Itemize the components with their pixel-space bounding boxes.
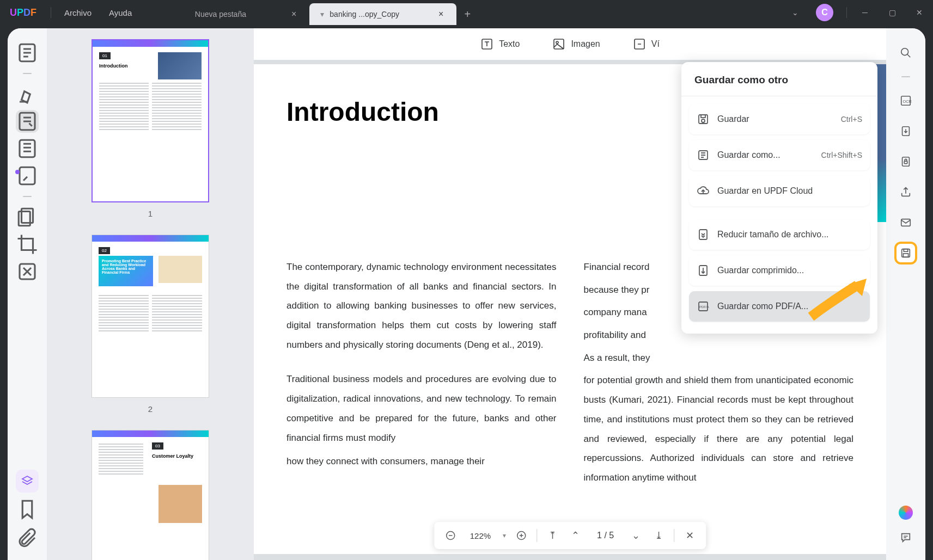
maximize-button[interactable]: ▢: [879, 0, 906, 25]
menu-item-guardar-cloud[interactable]: Guardar en UPDF Cloud: [689, 176, 870, 206]
svg-text:OCR: OCR: [903, 99, 912, 104]
chevron-down-icon[interactable]: ▾: [503, 532, 506, 539]
menu-archivo[interactable]: Archivo: [56, 8, 100, 17]
left-rail: [8, 28, 47, 560]
svg-rect-22: [903, 254, 908, 257]
close-icon[interactable]: ×: [436, 9, 446, 19]
redact-icon[interactable]: [16, 260, 39, 283]
zoom-level[interactable]: 122%: [466, 531, 495, 540]
search-icon[interactable]: [894, 41, 917, 64]
save-as-other-menu: Guardar como otro Guardar Ctrl+S Guardar…: [681, 62, 877, 334]
next-page-button[interactable]: ⌄: [628, 528, 643, 543]
pages-icon[interactable]: [16, 137, 39, 160]
comment-icon[interactable]: [894, 526, 917, 549]
svg-rect-21: [904, 249, 907, 252]
protect-icon[interactable]: [894, 150, 917, 173]
svg-point-9: [556, 41, 558, 44]
form-icon[interactable]: [16, 164, 39, 187]
thumbnail-3[interactable]: 03 Customer Loyalty: [74, 430, 227, 560]
first-page-button[interactable]: ⤒: [545, 528, 560, 543]
save-as-other-icon[interactable]: [894, 242, 917, 264]
svg-point-13: [901, 48, 908, 56]
edit-icon[interactable]: [16, 110, 39, 133]
organize-icon[interactable]: [16, 206, 39, 229]
tab-banking-copy[interactable]: ▾ banking ...opy_Copy ×: [309, 3, 456, 25]
user-avatar[interactable]: C: [816, 4, 833, 21]
chevron-down-icon[interactable]: ▾: [320, 10, 324, 19]
share-icon[interactable]: [894, 181, 917, 204]
edit-toolbar: Texto Imagen Ví: [254, 28, 886, 60]
zoom-in-button[interactable]: [514, 528, 529, 543]
divider: [51, 7, 51, 18]
separator: [23, 196, 32, 197]
text-column-left: The contemporary, dynamic technology env…: [286, 257, 557, 503]
crop-icon[interactable]: [16, 233, 39, 256]
email-icon[interactable]: [894, 211, 917, 234]
tool-imagen[interactable]: Imagen: [552, 38, 600, 51]
divider: [846, 7, 847, 18]
close-controls-button[interactable]: ✕: [682, 528, 697, 543]
prev-page-button[interactable]: ⌃: [568, 528, 583, 543]
last-page-button[interactable]: ⤓: [651, 528, 666, 543]
minimize-button[interactable]: ─: [851, 0, 879, 25]
app-logo: UPDF: [0, 7, 46, 19]
tool-texto[interactable]: Texto: [480, 38, 520, 51]
menu-item-guardar-como[interactable]: Guardar como... Ctrl+Shift+S: [689, 140, 870, 170]
page-controls: 122% ▾ ⤒ ⌃ 1 / 5 ⌄ ⤓ ✕: [434, 522, 706, 549]
zoom-out-button[interactable]: [443, 528, 458, 543]
svg-rect-18: [904, 161, 907, 164]
menu-item-pdfa[interactable]: PDF/A Guardar como PDF/A...: [689, 291, 870, 322]
ai-icon[interactable]: [899, 506, 913, 520]
bookmark-icon[interactable]: [16, 498, 39, 521]
close-icon[interactable]: ×: [289, 9, 298, 19]
menu-item-comprimido[interactable]: Guardar comprimido...: [689, 255, 870, 286]
svg-rect-24: [701, 115, 705, 118]
menu-title: Guardar como otro: [681, 62, 877, 96]
svg-point-25: [702, 119, 705, 122]
right-rail: OCR: [886, 28, 925, 560]
thumbnail-number: 2: [74, 404, 227, 414]
tab-label: banking ...opy_Copy: [330, 10, 399, 19]
separator: [23, 73, 32, 74]
close-button[interactable]: ✕: [906, 0, 933, 25]
svg-rect-2: [20, 140, 35, 157]
reader-icon[interactable]: [16, 41, 39, 64]
ocr-icon[interactable]: OCR: [894, 89, 917, 112]
add-tab-button[interactable]: +: [456, 3, 478, 25]
menu-item-reducir[interactable]: Reducir tamaño de archivo...: [689, 219, 870, 250]
separator: [901, 76, 910, 77]
tab-label: Nueva pestaña: [195, 10, 246, 19]
attachment-icon[interactable]: [16, 526, 39, 549]
thumbnail-panel[interactable]: 01 Introduction 1 02 Promoting Best Prac…: [47, 28, 254, 560]
thumbnail-number: 1: [74, 209, 227, 218]
highlight-icon[interactable]: [16, 83, 39, 106]
menu-item-guardar[interactable]: Guardar Ctrl+S: [689, 104, 870, 134]
menu-ayuda[interactable]: Ayuda: [100, 8, 141, 17]
thumbnail-2[interactable]: 02 Promoting Best Practice and Reducing …: [74, 235, 227, 414]
svg-rect-3: [20, 167, 35, 184]
thumbnail-1[interactable]: 01 Introduction 1: [74, 39, 227, 218]
svg-text:PDF/A: PDF/A: [699, 305, 709, 309]
convert-icon[interactable]: [894, 120, 917, 143]
tool-vinculo[interactable]: Ví: [633, 38, 660, 51]
layers-icon[interactable]: [16, 470, 39, 493]
tab-nueva-pestana[interactable]: Nueva pestaña ×: [162, 3, 309, 25]
chevron-down-icon[interactable]: ⌄: [783, 8, 807, 17]
page-indicator[interactable]: 1 / 5: [590, 531, 620, 540]
svg-rect-17: [902, 157, 910, 167]
active-indicator: [15, 170, 20, 174]
